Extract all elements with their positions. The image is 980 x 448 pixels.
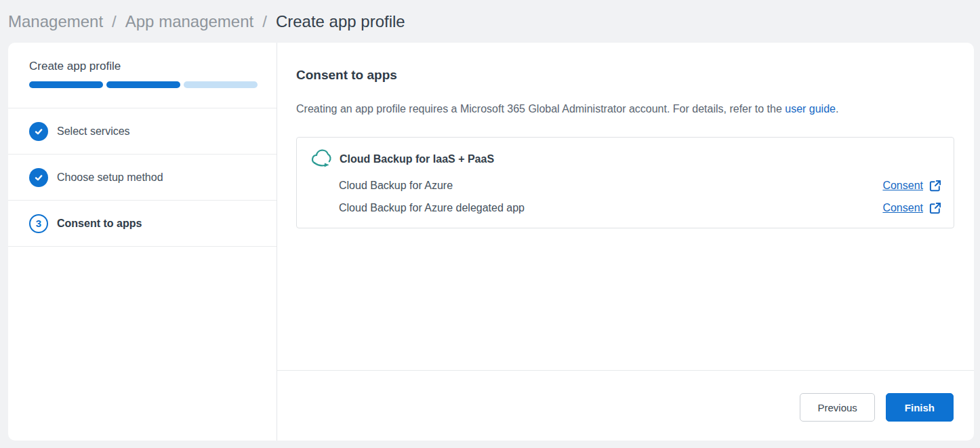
consent-row-azure-delegated: Cloud Backup for Azure delegated app Con…: [310, 202, 941, 214]
progress-segment-completed: [106, 81, 180, 88]
app-label: Cloud Backup for Azure: [339, 180, 453, 192]
wizard-panel: Create app profile Select services: [8, 43, 974, 441]
breadcrumb-separator: /: [112, 12, 117, 31]
external-link-icon: [929, 202, 941, 214]
breadcrumb-management[interactable]: Management: [8, 12, 103, 31]
breadcrumb-current-page: Create app profile: [276, 12, 405, 31]
consent-link-azure-delegated[interactable]: Consent: [882, 202, 941, 214]
progress-segment-completed: [29, 81, 103, 88]
consent-step-content: Consent to apps Creating an app profile …: [277, 43, 974, 370]
breadcrumb-app-management[interactable]: App management: [125, 12, 253, 31]
step-label: Select services: [57, 125, 130, 138]
external-link-icon: [929, 180, 941, 192]
page: Management / App management / Create app…: [0, 0, 980, 448]
consent-row-azure: Cloud Backup for Azure Consent: [310, 180, 941, 192]
wizard-title: Create app profile: [29, 60, 277, 73]
description-text: Creating an app profile requires a Micro…: [296, 103, 785, 115]
app-label: Cloud Backup for Azure delegated app: [339, 202, 525, 214]
finish-button[interactable]: Finish: [886, 393, 954, 422]
description: Creating an app profile requires a Micro…: [296, 102, 954, 117]
wizard-header: Create app profile: [8, 43, 277, 108]
step-number-badge: 3: [29, 214, 48, 233]
breadcrumb-separator: /: [262, 12, 267, 31]
step-consent-to-apps[interactable]: 3 Consent to apps: [8, 201, 277, 247]
progress-bar: [29, 81, 258, 88]
description-text: .: [836, 103, 838, 115]
breadcrumb: Management / App management / Create app…: [0, 0, 980, 43]
consent-card: Cloud Backup for IaaS + PaaS Cloud Backu…: [296, 137, 954, 228]
step-label: Consent to apps: [57, 218, 142, 230]
card-title: Cloud Backup for IaaS + PaaS: [340, 153, 494, 165]
step-select-services[interactable]: Select services: [8, 108, 277, 155]
step-completed-check-icon: [29, 122, 48, 141]
progress-segment-pending: [184, 81, 258, 88]
user-guide-link[interactable]: user guide: [785, 103, 836, 115]
consent-link-label: Consent: [882, 180, 923, 192]
consent-link-label: Consent: [882, 202, 923, 214]
cloud-backup-icon: [310, 149, 334, 169]
previous-button[interactable]: Previous: [800, 393, 874, 422]
step-label: Choose setup method: [57, 171, 163, 184]
step-completed-check-icon: [29, 168, 48, 187]
wizard-sidebar: Create app profile Select services: [8, 43, 277, 441]
step-choose-setup-method[interactable]: Choose setup method: [8, 155, 277, 201]
page-title: Consent to apps: [296, 68, 954, 83]
main-content: Consent to apps Creating an app profile …: [277, 43, 974, 441]
card-title-row: Cloud Backup for IaaS + PaaS: [310, 149, 941, 169]
footer-actions: Previous Finish: [277, 370, 974, 441]
consent-link-azure[interactable]: Consent: [882, 180, 941, 192]
